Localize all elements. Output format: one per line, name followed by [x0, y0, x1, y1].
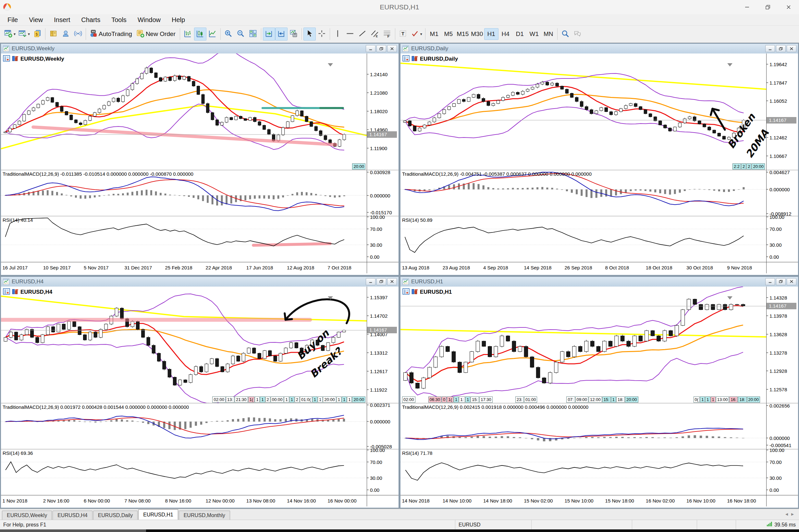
trendline-button[interactable] — [356, 27, 369, 40]
profiles-button[interactable]: ▾ — [17, 27, 31, 40]
chart-close-button[interactable] — [387, 45, 397, 52]
menu-item-view[interactable]: View — [23, 14, 48, 25]
macd-scale[interactable]: 0.0026560.000000-0.000541 — [766, 403, 798, 449]
history-center-button[interactable] — [47, 27, 59, 40]
minimize-button[interactable] — [737, 0, 758, 14]
macd-pane[interactable]: TraditionalMACD(12,26,9) -0.011385 -0.01… — [1, 170, 399, 216]
chart-minimize-button[interactable] — [366, 278, 376, 285]
time-marker-badge: 1 — [700, 397, 705, 403]
tab-eurusd-daily[interactable]: EURUSD,Daily — [93, 511, 138, 520]
rsi-pane[interactable]: RSI(14) 69.36 100.0070.0030.000.00 — [1, 449, 399, 495]
price-scale[interactable]: 1.143281.139781.136281.132781.129281.125… — [766, 287, 798, 403]
rsi-scale[interactable]: 100.0070.0030.000.00 — [766, 449, 798, 495]
time-axis[interactable]: 16 Jul 201710 Sep 20175 Nov 201731 Dec 2… — [1, 262, 399, 273]
price-scale[interactable]: 1.241401.210801.180201.149601.119001.141… — [367, 54, 399, 170]
fibonacci-button[interactable]: F — [381, 27, 393, 40]
rsi-pane[interactable]: RSI(14) 40.14 100.0070.0030.000.00 — [1, 216, 399, 262]
candlestick-button[interactable] — [194, 27, 206, 40]
time-axis[interactable]: 13 Aug 201823 Aug 20184 Sep 201814 Sep 2… — [400, 262, 798, 273]
chart-window-titlebar[interactable]: EURUSD,Daily — [400, 44, 798, 54]
chart-restore-button[interactable] — [776, 45, 786, 52]
new-order-button[interactable]: New Order — [135, 27, 178, 40]
templates-button[interactable] — [288, 27, 300, 40]
horizontal-line-button[interactable] — [344, 27, 356, 40]
rsi-scale[interactable]: 100.0070.0030.000.00 — [367, 216, 399, 262]
macd-pane[interactable]: TraditionalMACD(12,26,9) -0.004751 -0.00… — [400, 170, 798, 216]
price-pane[interactable]: EURUSD,Weekly 20:00 1.241401.210801.1802… — [1, 54, 399, 170]
rsi-pane[interactable]: RSI(14) 71.78 100.0070.0030.000.00 — [400, 449, 798, 495]
chart-minimize-button[interactable] — [366, 45, 376, 52]
timeframe-m30-button[interactable]: M30 — [470, 28, 484, 40]
navigator-button[interactable] — [59, 27, 72, 40]
bar-chart-button[interactable] — [182, 27, 194, 40]
macd-scale[interactable]: 0.0309280.000000-0.015170 — [367, 170, 399, 216]
timeframe-w1-button[interactable]: W1 — [527, 28, 541, 40]
timeframe-h4-button[interactable]: H4 — [498, 28, 513, 40]
price-pane[interactable]: EURUSD,H4 02:0013:21:301(11200:0011201:0… — [1, 287, 399, 403]
tab-eurusd-h4[interactable]: EURUSD,H4 — [53, 511, 92, 520]
menu-item-file[interactable]: File — [2, 14, 23, 25]
autotrading-button[interactable]: AutoTrading — [88, 27, 135, 40]
tab-scroll-right-icon[interactable]: ▸ — [791, 511, 794, 517]
tab-eurusd-weekly[interactable]: EURUSD,Weekly — [2, 511, 52, 520]
menu-item-insert[interactable]: Insert — [48, 14, 76, 25]
auto-scroll-button[interactable] — [263, 27, 275, 40]
price-pane[interactable]: EURUSD,Daily 2:22220:00 Broken20MA 1.196… — [400, 54, 798, 170]
new-chart-button[interactable]: ▾ — [3, 27, 17, 40]
chart-restore-button[interactable] — [377, 45, 386, 52]
search-button[interactable] — [559, 27, 571, 40]
chart-shift-button[interactable] — [275, 27, 288, 40]
chart-window-titlebar[interactable]: EURUSD,Weekly — [1, 44, 399, 54]
time-axis[interactable]: 1 Nov 20182 Nov 16:006 Nov 00:007 Nov 08… — [1, 495, 399, 507]
chart-minimize-button[interactable] — [765, 278, 775, 285]
chart-close-button[interactable] — [387, 278, 397, 285]
signals-button[interactable] — [72, 27, 84, 40]
tab-eurusd-h1[interactable]: EURUSD,H1 — [138, 509, 178, 520]
zoom-in-button[interactable] — [222, 27, 235, 40]
time-axis[interactable]: 14 Nov 201814 Nov 10:0014 Nov 18:0015 No… — [400, 495, 798, 507]
rsi-scale[interactable]: 100.0070.0030.000.00 — [766, 216, 798, 262]
macd-pane[interactable]: TraditionalMACD(12,26,9) 0.002415 0.0019… — [400, 403, 798, 449]
rsi-scale[interactable]: 100.0070.0030.000.00 — [367, 449, 399, 495]
menu-item-tools[interactable]: Tools — [106, 14, 132, 25]
timeframe-d1-button[interactable]: D1 — [513, 28, 527, 40]
chart-close-button[interactable] — [787, 278, 796, 285]
arrow-objects-button[interactable]: ▾ — [409, 27, 423, 40]
text-label-button[interactable]: T — [397, 27, 409, 40]
rsi-pane[interactable]: RSI(14) 50.89 100.0070.0030.000.00 — [400, 216, 798, 262]
macd-pane[interactable]: TraditionalMACD(12,26,9) 0.001972 0.0004… — [1, 403, 399, 449]
menu-item-help[interactable]: Help — [166, 14, 190, 25]
price-scale[interactable]: 1.196421.178471.160521.124621.106671.141… — [766, 54, 798, 170]
timeframe-mn-button[interactable]: MN — [541, 28, 556, 40]
price-pane[interactable]: EURUSD,H1 02:0006:3001(11:115:17:3023:01… — [400, 287, 798, 403]
chart-window-titlebar[interactable]: EURUSD,H4 — [1, 277, 399, 287]
vertical-line-button[interactable] — [332, 27, 344, 40]
tab-eurusd-monthly[interactable]: EURUSD,Monthly — [179, 511, 230, 520]
timeframe-h1-button[interactable]: H1 — [484, 28, 498, 40]
chart-restore-button[interactable] — [776, 278, 786, 285]
menu-item-charts[interactable]: Charts — [76, 14, 106, 25]
zoom-out-button[interactable] — [235, 27, 247, 40]
chart-restore-button[interactable] — [377, 278, 386, 285]
menu-item-window[interactable]: Window — [132, 14, 166, 25]
time-marker-badge: 20:00 — [352, 164, 365, 170]
cursor-button[interactable] — [304, 27, 316, 40]
line-chart-button[interactable] — [206, 27, 219, 40]
close-button[interactable] — [778, 0, 799, 14]
price-scale[interactable]: 1.153971.147021.140071.133121.126171.119… — [367, 287, 399, 403]
timeframe-m1-button[interactable]: M1 — [427, 28, 441, 40]
equidistant-channel-button[interactable]: E — [369, 27, 381, 40]
crosshair-button[interactable] — [316, 27, 328, 40]
timeframe-m5-button[interactable]: M5 — [441, 28, 456, 40]
chart-close-button[interactable] — [787, 45, 796, 52]
macd-scale[interactable]: 0.0046270.000000-0.008912 — [766, 170, 798, 216]
timeframe-m15-button[interactable]: M15 — [456, 28, 470, 40]
tab-scroll-left-icon[interactable]: ◂ — [785, 511, 788, 517]
chart-minimize-button[interactable] — [765, 45, 775, 52]
chart-window-titlebar[interactable]: EURUSD,H1 — [400, 277, 798, 287]
data-folder-button[interactable]: $ — [31, 27, 43, 40]
macd-scale[interactable]: 0.0023710.000000-0.005028 — [367, 403, 399, 449]
tile-windows-button[interactable] — [247, 27, 259, 40]
restore-button[interactable] — [758, 0, 778, 14]
community-button[interactable] — [571, 27, 584, 40]
